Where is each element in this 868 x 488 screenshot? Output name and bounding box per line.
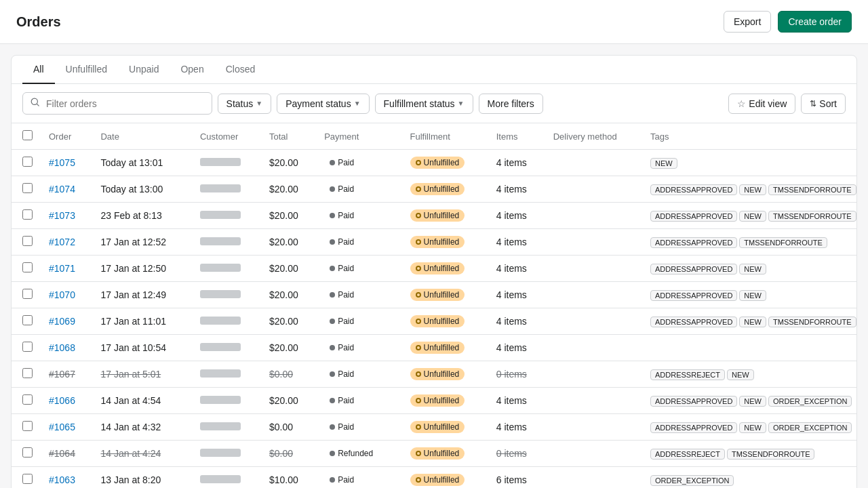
- order-total: $20.00: [269, 210, 298, 221]
- order-link[interactable]: #1073: [49, 210, 75, 221]
- tab-closed[interactable]: Closed: [215, 56, 267, 84]
- order-tags-cell: ADDRESSAPPROVEDNEW: [642, 256, 856, 282]
- tag-badge: ADDRESSAPPROVED: [650, 211, 737, 222]
- row-checkbox-cell: [12, 441, 41, 467]
- status-filter-button[interactable]: Status ▼: [218, 94, 272, 114]
- order-total-cell: $20.00: [261, 176, 316, 203]
- order-link[interactable]: #1067: [49, 369, 75, 380]
- row-checkbox-cell: [12, 150, 41, 176]
- row-checkbox[interactable]: [22, 236, 33, 246]
- order-items-cell: 4 items: [488, 414, 545, 441]
- tag-badge: NEW: [739, 211, 766, 222]
- order-items-cell: 4 items: [488, 256, 545, 282]
- order-total-cell: $20.00: [261, 335, 316, 361]
- order-link[interactable]: #1065: [49, 422, 75, 432]
- edit-view-button[interactable]: ☆ Edit view: [728, 94, 795, 114]
- order-customer-cell: [192, 256, 261, 282]
- order-total: $0.00: [269, 422, 293, 432]
- order-date: 14 Jan at 4:32: [100, 422, 161, 432]
- tab-open[interactable]: Open: [170, 56, 214, 84]
- order-items: 4 items: [496, 422, 527, 432]
- order-items: 4 items: [496, 316, 527, 327]
- order-link[interactable]: #1071: [49, 263, 75, 274]
- order-date: 13 Jan at 8:20: [100, 474, 161, 485]
- order-items: 4 items: [496, 210, 527, 221]
- row-checkbox[interactable]: [22, 474, 33, 484]
- select-all-checkbox[interactable]: [22, 130, 33, 140]
- tag-badge: NEW: [739, 422, 766, 433]
- order-customer-cell: [192, 176, 261, 203]
- order-link[interactable]: #1069: [49, 316, 75, 327]
- order-items: 4 items: [496, 237, 527, 247]
- tab-unpaid[interactable]: Unpaid: [118, 56, 170, 84]
- table-row: #1075 Today at 13:01 $20.00 Paid Unfulfi…: [12, 150, 856, 176]
- order-total-cell: $0.00: [261, 441, 316, 467]
- row-checkbox[interactable]: [22, 394, 33, 405]
- row-checkbox[interactable]: [22, 209, 33, 220]
- order-link[interactable]: #1068: [49, 342, 75, 353]
- tab-unfulfilled[interactable]: Unfulfilled: [55, 56, 118, 84]
- row-checkbox[interactable]: [22, 183, 33, 193]
- chevron-down-icon: ▼: [256, 100, 262, 107]
- payment-badge: Paid: [324, 262, 359, 274]
- order-link[interactable]: #1064: [49, 448, 75, 459]
- export-button[interactable]: Export: [724, 11, 771, 33]
- order-total-cell: $20.00: [261, 150, 316, 176]
- order-tags-cell: ADDRESSAPPROVEDTMSSENDFORROUTE: [642, 229, 856, 256]
- order-customer-cell: [192, 335, 261, 361]
- fulfillment-badge: Unfulfilled: [410, 262, 465, 274]
- fulfillment-badge: Unfulfilled: [410, 157, 465, 169]
- order-link[interactable]: #1066: [49, 395, 75, 406]
- order-tags-cell: ADDRESSAPPROVEDNEWORDER_EXCEPTION: [642, 414, 856, 441]
- row-checkbox[interactable]: [22, 289, 33, 299]
- fulfillment-status-filter-button[interactable]: Fulfillment status ▼: [375, 94, 473, 114]
- col-payment: Payment: [316, 123, 401, 150]
- row-checkbox[interactable]: [22, 447, 33, 458]
- order-fulfillment-cell: Unfulfilled: [402, 414, 488, 441]
- order-date-cell: 13 Jan at 8:20: [92, 467, 191, 489]
- order-tags-cell: ADDRESSREJECTTMSSENDFORROUTE: [642, 441, 856, 467]
- order-customer-cell: [192, 441, 261, 467]
- order-payment-cell: Refunded: [316, 441, 401, 467]
- order-delivery-cell: [545, 361, 642, 388]
- order-total-cell: $20.00: [261, 388, 316, 414]
- row-checkbox[interactable]: [22, 262, 33, 272]
- tag-badge: ADDRESSREJECT: [650, 449, 725, 460]
- order-id-cell: #1063: [41, 467, 92, 489]
- search-icon: [30, 97, 41, 110]
- order-total: $0.00: [269, 448, 293, 459]
- row-checkbox[interactable]: [22, 342, 33, 352]
- payment-status-filter-button[interactable]: Payment status ▼: [277, 94, 369, 114]
- customer-name: [200, 449, 241, 457]
- order-tags-cell: ADDRESSAPPROVEDNEWORDER_EXCEPTION: [642, 388, 856, 414]
- more-filters-button[interactable]: More filters: [479, 94, 543, 114]
- order-link[interactable]: #1063: [49, 474, 75, 485]
- sort-button[interactable]: ⇅ Sort: [801, 94, 846, 114]
- tab-all[interactable]: All: [22, 56, 55, 84]
- order-payment-cell: Paid: [316, 414, 401, 441]
- create-order-button[interactable]: Create order: [778, 11, 852, 33]
- order-link[interactable]: #1070: [49, 289, 75, 300]
- row-checkbox-cell: [12, 335, 41, 361]
- sort-icon: ⇅: [810, 99, 816, 108]
- order-payment-cell: Paid: [316, 229, 401, 256]
- row-checkbox[interactable]: [22, 421, 33, 431]
- payment-dot: [330, 319, 335, 324]
- search-input[interactable]: [46, 98, 205, 109]
- order-tags-cell: ADDRESSAPPROVEDNEWTMSSENDFORROUTE: [642, 308, 856, 335]
- order-total: $20.00: [269, 316, 298, 327]
- row-checkbox[interactable]: [22, 315, 33, 325]
- order-link[interactable]: #1072: [49, 237, 75, 247]
- order-link[interactable]: #1074: [49, 184, 75, 195]
- tag-badge: TMSSENDFORROUTE: [768, 184, 856, 195]
- tag-badge: ADDRESSAPPROVED: [650, 237, 737, 248]
- order-fulfillment-cell: Unfulfilled: [402, 388, 488, 414]
- order-link[interactable]: #1075: [49, 157, 75, 168]
- row-checkbox[interactable]: [22, 368, 33, 378]
- row-checkbox[interactable]: [22, 157, 33, 167]
- order-items-cell: 4 items: [488, 203, 545, 229]
- order-id-cell: #1067: [41, 361, 92, 388]
- payment-badge: Paid: [324, 342, 359, 354]
- row-checkbox-cell: [12, 176, 41, 203]
- order-fulfillment-cell: Unfulfilled: [402, 335, 488, 361]
